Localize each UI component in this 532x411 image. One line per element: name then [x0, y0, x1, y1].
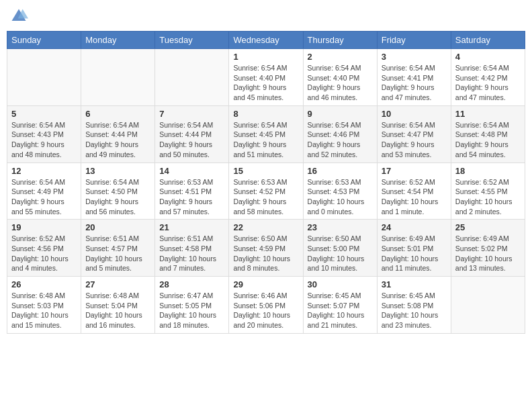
day-info: Sunrise: 6:54 AM Sunset: 4:41 PM Dayligh…: [382, 63, 447, 103]
day-info: Sunrise: 6:48 AM Sunset: 5:03 PM Dayligh…: [11, 291, 77, 330]
calendar-cell: 29Sunrise: 6:46 AM Sunset: 5:06 PM Dayli…: [229, 277, 303, 334]
calendar-cell: 31Sunrise: 6:45 AM Sunset: 5:08 PM Dayli…: [377, 277, 451, 334]
day-number: 6: [85, 109, 150, 119]
day-number: 13: [85, 166, 150, 176]
day-info: Sunrise: 6:54 AM Sunset: 4:40 PM Dayligh…: [233, 63, 298, 103]
calendar-cell: [451, 277, 525, 334]
calendar-cell: 8Sunrise: 6:54 AM Sunset: 4:45 PM Daylig…: [229, 105, 303, 163]
day-info: Sunrise: 6:53 AM Sunset: 4:52 PM Dayligh…: [233, 177, 298, 217]
weekday-header-sunday: Sunday: [7, 32, 81, 49]
calendar-cell: 24Sunrise: 6:49 AM Sunset: 5:01 PM Dayli…: [377, 220, 451, 277]
day-number: 9: [308, 109, 373, 119]
day-info: Sunrise: 6:54 AM Sunset: 4:40 PM Dayligh…: [308, 63, 373, 103]
weekday-header-friday: Friday: [377, 32, 451, 49]
logo: [9, 7, 31, 26]
calendar-cell: 17Sunrise: 6:52 AM Sunset: 4:54 PM Dayli…: [377, 163, 451, 220]
calendar-cell: 9Sunrise: 6:54 AM Sunset: 4:46 PM Daylig…: [303, 105, 377, 163]
day-info: Sunrise: 6:54 AM Sunset: 4:50 PM Dayligh…: [85, 177, 150, 217]
calendar-cell: 10Sunrise: 6:54 AM Sunset: 4:47 PM Dayli…: [377, 105, 451, 163]
day-number: 17: [382, 166, 447, 176]
day-number: 22: [233, 222, 298, 232]
day-info: Sunrise: 6:51 AM Sunset: 4:57 PM Dayligh…: [85, 234, 150, 273]
day-info: Sunrise: 6:49 AM Sunset: 5:01 PM Dayligh…: [382, 234, 447, 273]
day-info: Sunrise: 6:54 AM Sunset: 4:44 PM Dayligh…: [85, 120, 150, 160]
weekday-header-thursday: Thursday: [303, 32, 377, 49]
week-row-1: 1Sunrise: 6:54 AM Sunset: 4:40 PM Daylig…: [7, 49, 525, 106]
day-number: 31: [382, 279, 447, 289]
day-number: 2: [308, 52, 373, 62]
day-number: 24: [382, 222, 447, 232]
day-info: Sunrise: 6:54 AM Sunset: 4:44 PM Dayligh…: [159, 120, 224, 160]
day-info: Sunrise: 6:54 AM Sunset: 4:42 PM Dayligh…: [455, 63, 521, 103]
day-number: 4: [455, 52, 521, 62]
day-number: 21: [159, 222, 224, 232]
calendar-cell: 7Sunrise: 6:54 AM Sunset: 4:44 PM Daylig…: [155, 105, 229, 163]
day-number: 1: [233, 52, 298, 62]
calendar-cell: 20Sunrise: 6:51 AM Sunset: 4:57 PM Dayli…: [81, 220, 155, 277]
day-info: Sunrise: 6:45 AM Sunset: 5:07 PM Dayligh…: [308, 291, 373, 330]
day-info: Sunrise: 6:54 AM Sunset: 4:49 PM Dayligh…: [11, 177, 77, 217]
calendar-cell: 6Sunrise: 6:54 AM Sunset: 4:44 PM Daylig…: [81, 105, 155, 163]
day-info: Sunrise: 6:54 AM Sunset: 4:48 PM Dayligh…: [455, 120, 521, 160]
calendar-cell: 19Sunrise: 6:52 AM Sunset: 4:56 PM Dayli…: [7, 220, 81, 277]
calendar-cell: [155, 49, 229, 106]
day-number: 5: [11, 109, 77, 119]
day-info: Sunrise: 6:52 AM Sunset: 4:56 PM Dayligh…: [11, 234, 77, 273]
calendar-cell: 26Sunrise: 6:48 AM Sunset: 5:03 PM Dayli…: [7, 277, 81, 334]
day-info: Sunrise: 6:47 AM Sunset: 5:05 PM Dayligh…: [159, 291, 224, 330]
day-number: 25: [455, 222, 521, 232]
calendar-cell: 11Sunrise: 6:54 AM Sunset: 4:48 PM Dayli…: [451, 105, 525, 163]
day-info: Sunrise: 6:50 AM Sunset: 5:00 PM Dayligh…: [308, 234, 373, 273]
calendar-cell: 3Sunrise: 6:54 AM Sunset: 4:41 PM Daylig…: [377, 49, 451, 106]
day-info: Sunrise: 6:51 AM Sunset: 4:58 PM Dayligh…: [159, 234, 224, 273]
day-number: 11: [455, 109, 521, 119]
day-info: Sunrise: 6:54 AM Sunset: 4:46 PM Dayligh…: [308, 120, 373, 160]
weekday-header-row: SundayMondayTuesdayWednesdayThursdayFrid…: [7, 32, 525, 49]
calendar-cell: [81, 49, 155, 106]
calendar-cell: 13Sunrise: 6:54 AM Sunset: 4:50 PM Dayli…: [81, 163, 155, 220]
day-info: Sunrise: 6:54 AM Sunset: 4:43 PM Dayligh…: [11, 120, 77, 160]
day-number: 28: [159, 279, 224, 289]
calendar-cell: 25Sunrise: 6:49 AM Sunset: 5:02 PM Dayli…: [451, 220, 525, 277]
calendar-cell: 2Sunrise: 6:54 AM Sunset: 4:40 PM Daylig…: [303, 49, 377, 106]
calendar-cell: 18Sunrise: 6:52 AM Sunset: 4:55 PM Dayli…: [451, 163, 525, 220]
calendar-cell: 22Sunrise: 6:50 AM Sunset: 4:59 PM Dayli…: [229, 220, 303, 277]
weekday-header-monday: Monday: [81, 32, 155, 49]
calendar-cell: 5Sunrise: 6:54 AM Sunset: 4:43 PM Daylig…: [7, 105, 81, 163]
day-number: 14: [159, 166, 224, 176]
day-number: 3: [382, 52, 447, 62]
weekday-header-tuesday: Tuesday: [155, 32, 229, 49]
calendar-cell: 23Sunrise: 6:50 AM Sunset: 5:00 PM Dayli…: [303, 220, 377, 277]
day-info: Sunrise: 6:45 AM Sunset: 5:08 PM Dayligh…: [382, 291, 447, 330]
day-number: 10: [382, 109, 447, 119]
day-number: 18: [455, 166, 521, 176]
calendar-cell: 21Sunrise: 6:51 AM Sunset: 4:58 PM Dayli…: [155, 220, 229, 277]
calendar-cell: 1Sunrise: 6:54 AM Sunset: 4:40 PM Daylig…: [229, 49, 303, 106]
day-number: 7: [159, 109, 224, 119]
calendar-cell: 15Sunrise: 6:53 AM Sunset: 4:52 PM Dayli…: [229, 163, 303, 220]
day-info: Sunrise: 6:53 AM Sunset: 4:51 PM Dayligh…: [159, 177, 224, 217]
calendar-cell: 30Sunrise: 6:45 AM Sunset: 5:07 PM Dayli…: [303, 277, 377, 334]
calendar-cell: [7, 49, 81, 106]
weekday-header-saturday: Saturday: [451, 32, 525, 49]
day-number: 20: [85, 222, 150, 232]
calendar-cell: 12Sunrise: 6:54 AM Sunset: 4:49 PM Dayli…: [7, 163, 81, 220]
day-info: Sunrise: 6:54 AM Sunset: 4:47 PM Dayligh…: [382, 120, 447, 160]
calendar-cell: 28Sunrise: 6:47 AM Sunset: 5:05 PM Dayli…: [155, 277, 229, 334]
day-number: 26: [11, 279, 77, 289]
week-row-5: 26Sunrise: 6:48 AM Sunset: 5:03 PM Dayli…: [7, 277, 525, 334]
calendar-cell: 16Sunrise: 6:53 AM Sunset: 4:53 PM Dayli…: [303, 163, 377, 220]
page-header: [7, 7, 525, 26]
calendar-cell: 4Sunrise: 6:54 AM Sunset: 4:42 PM Daylig…: [451, 49, 525, 106]
week-row-4: 19Sunrise: 6:52 AM Sunset: 4:56 PM Dayli…: [7, 220, 525, 277]
day-number: 23: [308, 222, 373, 232]
day-info: Sunrise: 6:46 AM Sunset: 5:06 PM Dayligh…: [233, 291, 298, 330]
week-row-2: 5Sunrise: 6:54 AM Sunset: 4:43 PM Daylig…: [7, 105, 525, 163]
day-number: 30: [308, 279, 373, 289]
day-info: Sunrise: 6:50 AM Sunset: 4:59 PM Dayligh…: [233, 234, 298, 273]
day-info: Sunrise: 6:52 AM Sunset: 4:55 PM Dayligh…: [455, 177, 521, 217]
day-number: 19: [11, 222, 77, 232]
day-info: Sunrise: 6:49 AM Sunset: 5:02 PM Dayligh…: [455, 234, 521, 273]
logo-icon: [9, 7, 28, 26]
day-number: 12: [11, 166, 77, 176]
